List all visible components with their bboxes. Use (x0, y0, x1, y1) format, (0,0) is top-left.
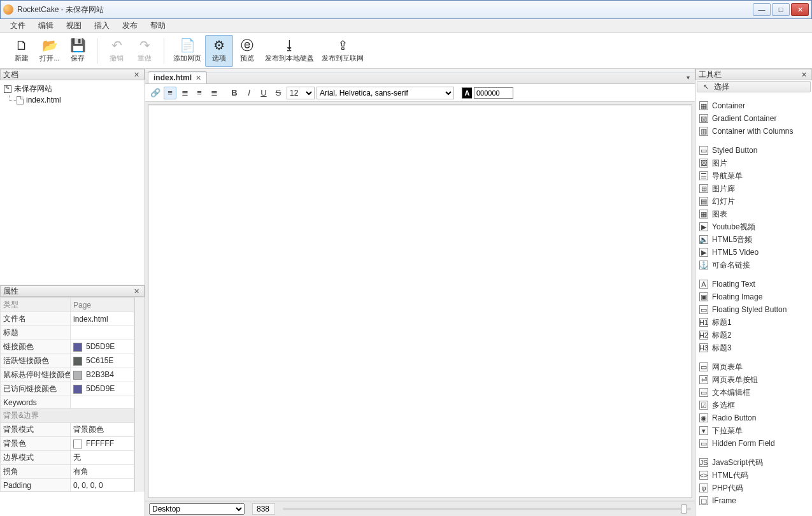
tool-item[interactable]: AFloating Text (695, 278, 812, 290)
tool-item[interactable]: ▭Styled Button (695, 144, 812, 157)
tool-icon: ▦ (699, 101, 708, 110)
property-row[interactable]: 文件名index.html (1, 312, 134, 326)
width-slider[interactable] (283, 508, 691, 510)
tool-item[interactable]: ▶HTML5 Video (695, 246, 812, 259)
tool-item[interactable]: ▤幻灯片 (695, 195, 812, 208)
tool-item[interactable]: ⊞图片廊 (695, 182, 812, 195)
tool-item[interactable]: H2标题2 (695, 329, 812, 341)
property-row[interactable]: 拐角有角 (1, 465, 134, 479)
property-row[interactable]: Padding0, 0, 0, 0 (1, 479, 134, 492)
add-page-button[interactable]: 📄添加网页 (169, 35, 205, 67)
close-button[interactable]: ✕ (791, 3, 809, 16)
font-size-select[interactable]: 12 (287, 87, 315, 99)
align-right-button[interactable]: ≡ (193, 87, 206, 99)
status-bar: Desktop 838 (145, 501, 695, 516)
menu-insert[interactable]: 插入 (88, 19, 116, 32)
tool-item[interactable]: φPHP代码 (695, 482, 812, 494)
property-row[interactable]: 已访问链接颜色5D5D9E (1, 382, 134, 396)
tool-item[interactable]: ☰导航菜单 (695, 169, 812, 182)
editor-tab[interactable]: index.html ✕ (148, 71, 207, 83)
tool-icon: H1 (699, 318, 708, 327)
menu-publish[interactable]: 发布 (116, 19, 144, 32)
undo-button[interactable]: ↶撤销 (103, 35, 131, 67)
tool-item[interactable]: ▭文本编辑框 (695, 386, 812, 399)
save-button[interactable]: 💾保存 (64, 35, 92, 67)
tool-icon: ▧ (699, 114, 708, 123)
properties-table[interactable]: 类型Page 文件名index.html标题链接颜色5D5D9E活跃链接颜色5C… (0, 297, 134, 492)
redo-button[interactable]: ↷重做 (131, 35, 159, 67)
device-select[interactable]: Desktop (149, 503, 245, 515)
menu-edit[interactable]: 编辑 (32, 19, 60, 32)
tool-item[interactable]: ▦图表 (695, 208, 812, 220)
tool-item[interactable]: ▥Container with Columns (695, 125, 812, 138)
tool-item[interactable]: ▢IFrame (695, 494, 812, 507)
tool-item[interactable]: JSJavaScript代码 (695, 456, 812, 469)
align-left-button[interactable]: ≡ (164, 87, 176, 99)
publish-local-button[interactable]: ⭳发布到本地硬盘 (261, 35, 318, 67)
tool-item[interactable]: 🔈HTML5音频 (695, 233, 812, 246)
menu-file[interactable]: 文件 (4, 19, 32, 32)
menu-view[interactable]: 视图 (60, 19, 88, 32)
tool-item[interactable]: ▶Youtube视频 (695, 220, 812, 233)
italic-button[interactable]: I (243, 87, 255, 99)
property-row[interactable]: 鼠标悬停时链接颜色B2B3B4 (1, 368, 134, 382)
format-toolbar: 🔗 ≡ ≣ ≡ ≣ B I U S 12 Arial, Helvetica, s… (145, 84, 695, 102)
tool-item[interactable]: ◉Radio Button (695, 412, 812, 424)
tool-item[interactable]: ▭网页表单 (695, 361, 812, 373)
maximize-button[interactable]: □ (772, 3, 790, 16)
options-button[interactable]: ⚙选项 (205, 35, 233, 67)
tool-item[interactable]: ▭Hidden Form Field (695, 437, 812, 450)
minimize-button[interactable]: — (753, 3, 771, 16)
editor-canvas[interactable] (148, 104, 692, 498)
project-page[interactable]: index.html (17, 95, 141, 105)
tool-item[interactable]: H1标题1 (695, 316, 812, 329)
tool-item[interactable]: ▭Floating Styled Button (695, 303, 812, 316)
tool-item[interactable]: ↖选择 (697, 81, 811, 92)
tool-icon: ▾ (699, 426, 708, 435)
font-family-select[interactable]: Arial, Helvetica, sans-serif (317, 87, 454, 99)
open-button[interactable]: 📂打开... (36, 35, 64, 67)
property-row[interactable]: 标题 (1, 326, 134, 340)
toolbox-panel-close-icon[interactable]: ✕ (799, 71, 809, 79)
new-button[interactable]: 🗋新建 (8, 35, 36, 67)
properties-scrollbar[interactable] (134, 297, 145, 492)
tool-item[interactable]: <>HTML代码 (695, 469, 812, 482)
tool-item[interactable]: 🖼图片 (695, 157, 812, 169)
gear-icon: ⚙ (213, 38, 225, 52)
tool-item[interactable]: ⏎网页表单按钮 (695, 373, 812, 386)
preview-button[interactable]: ⓔ预览 (233, 35, 261, 67)
publish-web-button[interactable]: ⇪发布到互联网 (318, 35, 367, 67)
menu-bar: 文件 编辑 视图 插入 发布 帮助 (0, 19, 812, 33)
strike-button[interactable]: S (272, 87, 285, 99)
tab-overflow-icon[interactable]: ▾ (684, 71, 692, 83)
tool-item[interactable]: ☑多选框 (695, 399, 812, 412)
tool-item[interactable]: ▦Container (695, 99, 812, 112)
tool-icon: φ (699, 484, 708, 492)
property-row[interactable]: 背景模式背景颜色 (1, 423, 134, 437)
link-icon[interactable]: 🔗 (149, 87, 162, 99)
properties-panel-close-icon[interactable]: ✕ (132, 287, 141, 296)
documents-panel-close-icon[interactable]: ✕ (132, 71, 141, 79)
project-icon (4, 85, 11, 93)
text-color-input[interactable] (474, 87, 513, 99)
bold-button[interactable]: B (228, 87, 241, 99)
tool-item[interactable]: ▣Floating Image (695, 290, 812, 303)
tool-item[interactable]: H3标题3 (695, 341, 812, 354)
underline-button[interactable]: U (257, 87, 270, 99)
tab-close-icon[interactable]: ✕ (196, 74, 201, 82)
property-row[interactable]: 链接颜色5D5D9E (1, 340, 134, 354)
menu-help[interactable]: 帮助 (144, 19, 172, 32)
tool-item[interactable]: ▾下拉菜单 (695, 424, 812, 437)
documents-panel: 文档 ✕ 未保存网站 index.html (0, 69, 145, 285)
align-justify-button[interactable]: ≣ (208, 87, 220, 99)
project-root[interactable]: 未保存网站 (4, 83, 141, 95)
tool-icon: ▭ (699, 362, 708, 371)
align-center-button[interactable]: ≣ (178, 87, 191, 99)
property-row[interactable]: Keywords (1, 396, 134, 409)
property-row[interactable]: 边界模式无 (1, 451, 134, 465)
tool-icon: ▶ (699, 248, 708, 257)
property-row[interactable]: 活跃链接颜色5C615E (1, 354, 134, 368)
tool-item[interactable]: ⚓可命名链接 (695, 259, 812, 271)
tool-item[interactable]: ▧Gradient Container (695, 112, 812, 125)
property-row[interactable]: 背景色FFFFFF (1, 437, 134, 451)
